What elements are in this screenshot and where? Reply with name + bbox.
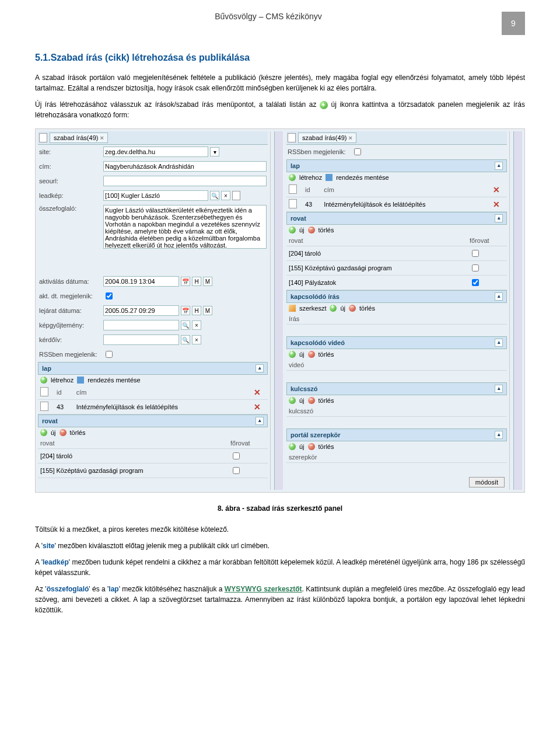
add-button[interactable]: új [299,351,304,358]
delete-button[interactable]: törlés [318,443,334,450]
lejarat-input[interactable] [103,305,179,316]
delete-button[interactable]: törlés [318,227,334,234]
kepgyujt-input[interactable] [103,320,179,330]
col-iras: írás [286,313,507,325]
save-icon[interactable] [326,174,332,181]
aktmeg-checkbox[interactable] [106,292,113,299]
create-button[interactable]: létrehoz [51,377,74,384]
calendar-icon[interactable]: 📅 [181,306,190,315]
add-icon[interactable] [40,429,47,436]
modosit-button[interactable]: módosít [469,477,505,487]
add-icon[interactable] [289,443,296,450]
h-icon[interactable]: H [192,306,201,315]
scrollbar[interactable] [513,131,522,490]
collapse-icon[interactable]: ▴ [495,385,503,393]
tab-szabad-iras-left[interactable]: szabad írás(49)× [50,133,108,143]
table-row[interactable]: [140] Pályázatok [286,276,507,290]
clear-icon[interactable]: × [192,320,201,330]
create-button[interactable]: létrehoz [299,174,322,181]
delete-icon[interactable] [308,443,315,450]
table-row[interactable]: 43Intézményfelújítások és lelátóépítés✕ [38,400,268,414]
search-icon[interactable]: 🔍 [210,191,219,200]
forovat-checkbox[interactable] [233,467,240,474]
add-button[interactable]: új [299,227,304,234]
table-row[interactable]: [155] Középtávú gazdasági program [286,261,507,276]
delete-button[interactable]: törlés [70,429,86,436]
table-row[interactable]: [155] Középtávú gazdasági program [38,464,268,478]
search-icon[interactable]: 🔍 [181,335,190,344]
table-row[interactable]: [204] tároló [38,449,268,464]
seourl-input[interactable] [103,176,267,186]
forovat-checkbox[interactable] [472,250,479,257]
edit-icon[interactable] [289,305,296,312]
collapse-icon[interactable]: ▴ [495,339,503,347]
delete-button[interactable]: törlés [318,397,334,404]
col-forovat: főrovat [467,235,507,246]
page-icon [289,184,297,194]
table-row[interactable]: [204] tároló [286,246,507,261]
add-icon[interactable] [289,397,296,404]
delete-icon[interactable] [308,351,315,358]
m-icon[interactable]: M [203,277,212,286]
add-button[interactable]: új [340,305,345,312]
delete-icon[interactable] [60,429,66,436]
rss-checkbox[interactable] [354,148,361,155]
site-input[interactable] [103,147,208,157]
collapse-icon[interactable]: ▴ [256,417,264,425]
osszefoglalo-textarea[interactable]: Kugler László választókerületét elkényez… [103,205,267,249]
delete-button[interactable]: törlés [318,351,334,358]
scrollbar[interactable] [274,131,283,490]
close-icon[interactable]: × [100,134,103,141]
dropdown-icon[interactable]: ▾ [210,147,219,156]
page-icon[interactable] [232,191,240,200]
delete-button[interactable]: törlés [359,305,375,312]
h-icon[interactable]: H [192,277,201,286]
aktivalas-input[interactable] [103,276,179,287]
add-icon[interactable] [289,174,296,181]
add-icon[interactable] [289,351,296,358]
saveorder-button[interactable]: rendezés mentése [336,174,389,181]
tab-szabad-iras-right[interactable]: szabad írás(49)× [298,133,356,143]
delete-icon[interactable]: ✕ [254,402,261,412]
paragraph-wysiwyg: Az 'összefoglaló' és a 'lap' mezők kitöl… [35,584,525,615]
add-button[interactable]: új [299,397,304,404]
collapse-icon[interactable]: ▴ [256,364,264,372]
delete-icon[interactable] [308,227,315,234]
add-icon[interactable] [330,305,337,312]
page-icon [40,402,48,411]
clear-icon[interactable]: × [192,335,201,344]
clear-icon[interactable]: × [221,191,230,200]
leadkep-input[interactable] [103,190,208,201]
collapse-icon[interactable]: ▴ [495,214,503,222]
search-icon[interactable]: 🔍 [181,320,190,330]
page-icon [289,199,297,208]
table-row[interactable]: 43Intézményfelújítások és lelátóépítés✕ [286,197,507,212]
delete-icon[interactable]: ✕ [493,185,500,194]
add-button[interactable]: új [51,429,56,436]
add-icon[interactable] [40,377,47,384]
close-icon[interactable]: × [348,134,352,141]
collapse-icon[interactable]: ▴ [495,292,503,301]
calendar-icon[interactable]: 📅 [181,277,190,286]
m-icon[interactable]: M [203,306,212,315]
delete-icon[interactable] [308,397,315,404]
add-icon[interactable] [289,227,296,234]
collapse-icon[interactable]: ▴ [495,431,503,439]
rss-checkbox[interactable] [106,351,113,358]
kerdoiv-input[interactable] [103,335,179,345]
forovat-checkbox[interactable] [472,264,479,271]
forovat-checkbox[interactable] [472,279,479,286]
forovat-checkbox[interactable] [233,452,240,459]
wysiwyg-link[interactable]: WYSYWYG szerkesztőt [225,585,302,593]
delete-icon[interactable]: ✕ [493,200,500,209]
edit-button[interactable]: szerkeszt [299,305,326,312]
save-icon[interactable] [77,377,84,384]
collapse-icon[interactable]: ▴ [495,162,503,170]
delete-icon[interactable] [349,305,356,312]
figure-caption: 8. ábra - szabad írás szerkesztő panel [35,504,525,513]
cim-input[interactable] [103,161,267,172]
saveorder-button[interactable]: rendezés mentése [88,377,141,384]
add-button[interactable]: új [299,443,304,450]
delete-icon[interactable]: ✕ [254,388,261,397]
col-szerepkor: szerepkör [286,452,507,463]
